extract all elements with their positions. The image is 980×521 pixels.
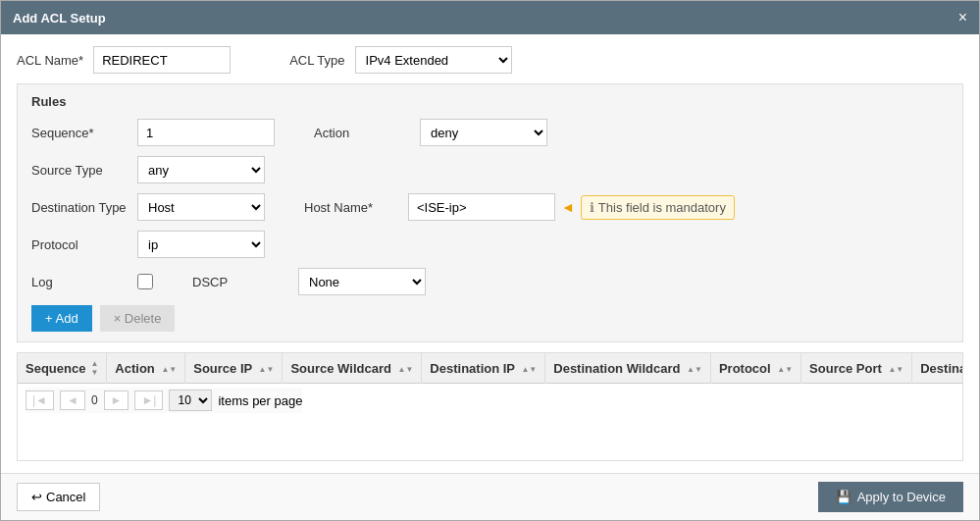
destination-wildcard-sort-icon: ▲▼ xyxy=(687,365,702,374)
destination-ip-sort-icon: ▲▼ xyxy=(521,365,537,374)
apply-icon: 💾 xyxy=(836,490,851,504)
rules-row-1: Sequence* Action deny permit xyxy=(31,119,949,146)
protocol-select[interactable]: ip tcp udp icmp xyxy=(137,231,265,258)
destination-type-label: Destination Type xyxy=(31,200,129,215)
per-page-select[interactable]: 10 25 50 xyxy=(169,390,212,411)
table-header: Sequence ▲▼ Action ▲▼ Source IP ▲▼ Sourc… xyxy=(18,353,963,384)
col-source-port[interactable]: Source Port ▲▼ xyxy=(801,353,912,384)
modal-header: Add ACL Setup × xyxy=(1,1,979,34)
delete-button[interactable]: × Delete xyxy=(100,305,176,332)
dscp-select[interactable]: None af11 af12 ef xyxy=(298,268,426,295)
close-button[interactable]: × xyxy=(958,9,967,26)
prev-page-button[interactable]: ◄ xyxy=(60,391,85,410)
modal-footer: ↩ Cancel 💾 Apply to Device xyxy=(1,473,979,520)
mandatory-arrow-icon: ◄ xyxy=(561,199,575,215)
col-source-ip[interactable]: Source IP ▲▼ xyxy=(185,353,283,384)
col-sequence[interactable]: Sequence ▲▼ xyxy=(18,353,107,384)
host-name-label: Host Name* xyxy=(304,200,402,215)
action-select[interactable]: deny permit xyxy=(420,119,547,146)
acl-top-row: ACL Name* ACL Type IPv4 Extended IPv4 St… xyxy=(17,46,963,74)
modal-title: Add ACL Setup xyxy=(13,11,106,26)
host-name-input[interactable] xyxy=(408,193,555,221)
destination-type-select[interactable]: Host any network xyxy=(137,193,265,221)
log-group: Log xyxy=(31,274,153,289)
source-type-group: Source Type any host network xyxy=(31,156,265,183)
mandatory-message: ℹ This field is mandatory xyxy=(581,195,735,220)
info-icon: ℹ xyxy=(590,200,594,215)
rules-table-section: Sequence ▲▼ Action ▲▼ Source IP ▲▼ Sourc… xyxy=(17,352,963,461)
rules-row-5: Log DSCP None af11 af12 ef xyxy=(31,268,949,295)
log-label: Log xyxy=(31,275,129,289)
col-destination-port[interactable]: Destination Port ▲▼ xyxy=(912,353,963,384)
sequence-input[interactable] xyxy=(137,119,275,146)
rules-row-4: Protocol ip tcp udp icmp xyxy=(31,231,949,258)
acl-type-select[interactable]: IPv4 Extended IPv4 Standard IPv6 xyxy=(355,46,512,74)
last-page-button[interactable]: ►| xyxy=(134,391,163,410)
log-checkbox[interactable] xyxy=(137,274,153,289)
protocol-sort-icon: ▲▼ xyxy=(777,365,793,374)
empty-row: |◄ ◄ 0 ► ►| 10 25 50 xyxy=(18,384,963,418)
rules-grid: Sequence* Action deny permit Source T xyxy=(31,119,949,295)
table-body: |◄ ◄ 0 ► ►| 10 25 50 xyxy=(18,384,963,418)
acl-name-input[interactable] xyxy=(93,46,231,74)
modal-body: ACL Name* ACL Type IPv4 Extended IPv4 St… xyxy=(1,34,979,473)
dscp-label: DSCP xyxy=(192,275,290,289)
items-per-page-label: items per page xyxy=(218,393,302,408)
pagination: |◄ ◄ 0 ► ►| 10 25 50 xyxy=(26,388,302,413)
col-source-wildcard[interactable]: Source Wildcard ▲▼ xyxy=(283,353,422,384)
add-button[interactable]: + Add xyxy=(31,305,92,332)
rules-row-3: Destination Type Host any network Host N… xyxy=(31,193,949,221)
rules-section: Rules Sequence* Action deny permit xyxy=(17,83,963,342)
host-name-group: Host Name* ◄ ℹ This field is mandatory xyxy=(304,193,735,221)
sequence-label: Sequence* xyxy=(31,126,129,140)
action-sort-icon: ▲▼ xyxy=(161,365,177,374)
action-group: Action deny permit xyxy=(314,119,547,146)
sequence-group: Sequence* xyxy=(31,119,275,146)
mandatory-text: This field is mandatory xyxy=(598,200,726,215)
protocol-group: Protocol ip tcp udp icmp xyxy=(31,231,265,258)
rules-row-2: Source Type any host network xyxy=(31,156,949,183)
source-type-select[interactable]: any host network xyxy=(137,156,265,183)
sequence-sort-icon: ▲▼ xyxy=(90,359,98,377)
acl-type-label: ACL Type xyxy=(289,53,344,68)
rules-table: Sequence ▲▼ Action ▲▼ Source IP ▲▼ Sourc… xyxy=(18,353,963,417)
first-page-button[interactable]: |◄ xyxy=(26,391,54,410)
page-count: 0 xyxy=(91,393,98,407)
apply-label: Apply to Device xyxy=(857,490,946,504)
source-type-label: Source Type xyxy=(31,163,129,178)
cancel-icon: ↩ xyxy=(31,490,42,504)
dscp-group: DSCP None af11 af12 ef xyxy=(192,268,426,295)
col-action[interactable]: Action ▲▼ xyxy=(107,353,185,384)
next-page-button[interactable]: ► xyxy=(104,391,129,410)
protocol-label: Protocol xyxy=(31,237,129,252)
action-label: Action xyxy=(314,126,412,140)
apply-button[interactable]: 💾 Apply to Device xyxy=(818,482,963,512)
cancel-label: Cancel xyxy=(46,490,85,504)
add-delete-row: + Add × Delete xyxy=(31,305,949,332)
source-port-sort-icon: ▲▼ xyxy=(888,365,903,374)
col-destination-wildcard[interactable]: Destination Wildcard ▲▼ xyxy=(545,353,711,384)
cancel-button[interactable]: ↩ Cancel xyxy=(17,483,100,511)
col-protocol[interactable]: Protocol ▲▼ xyxy=(710,353,800,384)
source-ip-sort-icon: ▲▼ xyxy=(259,365,275,374)
rules-title: Rules xyxy=(31,94,949,109)
acl-type-group: ACL Type IPv4 Extended IPv4 Standard IPv… xyxy=(289,46,511,74)
source-wildcard-sort-icon: ▲▼ xyxy=(398,365,414,374)
col-destination-ip[interactable]: Destination IP ▲▼ xyxy=(422,353,545,384)
modal-container: Add ACL Setup × ACL Name* ACL Type IPv4 … xyxy=(0,0,980,521)
acl-name-label: ACL Name* xyxy=(17,53,83,68)
acl-name-group: ACL Name* xyxy=(17,46,231,74)
destination-type-group: Destination Type Host any network xyxy=(31,193,265,221)
